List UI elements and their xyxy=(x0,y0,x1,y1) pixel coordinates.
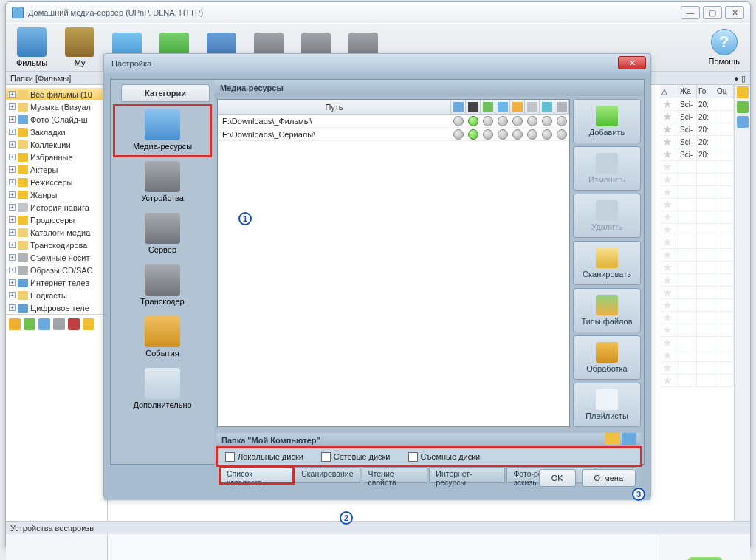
tree-tool-icon[interactable] xyxy=(53,318,65,330)
disk-icon[interactable] xyxy=(737,116,749,128)
device-list xyxy=(6,534,108,560)
category-Медиа-ресурсы[interactable]: Медиа-ресурсы xyxy=(114,105,211,157)
dialog-title: Настройка xyxy=(111,59,151,68)
tree-item[interactable]: +Образы CD/SAC xyxy=(6,264,107,276)
checkbox-Съемные диски[interactable]: Съемные диски xyxy=(408,452,481,462)
edit-button[interactable]: Изменить xyxy=(573,146,641,191)
arrow-icon[interactable] xyxy=(737,101,749,113)
col-icon-6 xyxy=(527,102,537,112)
checkbox-Локальные диски[interactable]: Локальные диски xyxy=(225,452,303,462)
tree-item[interactable]: +Жанры xyxy=(6,188,107,201)
users-icon[interactable] xyxy=(605,433,620,445)
tree-item[interactable]: +Интернет телев xyxy=(6,276,107,289)
annotation-3: 3 xyxy=(632,488,645,501)
category-Сервер[interactable]: Сервер xyxy=(114,208,211,260)
tree-item[interactable]: +Фото (Слайд-ш xyxy=(6,113,107,126)
col-icon-4 xyxy=(498,102,508,112)
resources-header: Медиа-ресурсы xyxy=(214,80,644,96)
window-title: Домашний медиа-сервер (UPnP, DLNA, HTTP) xyxy=(28,8,681,17)
category-Устройства[interactable]: Устройства xyxy=(114,157,211,208)
tree-item[interactable]: +Коллекции xyxy=(6,138,107,151)
category-События[interactable]: События xyxy=(114,312,211,363)
col-icon-2 xyxy=(468,102,478,112)
tree-item[interactable]: +Транскодирова xyxy=(6,239,107,251)
my-computer-header: Папка "Мой Компьютер" xyxy=(217,433,641,448)
toolbar-films[interactable]: Фильмы xyxy=(12,26,52,69)
minimize-button[interactable]: — xyxy=(681,6,700,19)
pl-button[interactable]: Плейлисты xyxy=(573,383,641,427)
titlebar: Домашний медиа-сервер (UPnP, DLNA, HTTP)… xyxy=(6,2,750,23)
tree-tool-icon[interactable] xyxy=(9,318,21,330)
scan-button[interactable]: Сканировать xyxy=(573,241,641,285)
dialog-titlebar: Настройка ✕ xyxy=(104,54,650,73)
tree-tool-icon[interactable] xyxy=(83,318,94,330)
tree-item[interactable]: +Каталоги медиа xyxy=(6,226,107,239)
grid-row[interactable]: Sci-20: xyxy=(660,111,734,123)
devices-header: Устройства воспроизв xyxy=(6,521,750,534)
path-table[interactable]: Путь F:\Downloads\_Фильмы\F:\Downloads\_… xyxy=(217,99,570,427)
tree-item[interactable]: +История навига xyxy=(6,201,107,214)
tree-item[interactable]: +Все фильмы (10 xyxy=(6,88,107,100)
toolbar-help[interactable]: ?Помощь xyxy=(704,27,745,67)
tree-item[interactable]: +Съемные носит xyxy=(6,251,107,264)
annotation-1: 1 xyxy=(238,212,252,225)
folder-tree[interactable]: +Все фильмы (10+Музыка (Визуал+Фото (Сла… xyxy=(6,85,108,521)
tree-item[interactable]: +Актеры xyxy=(6,163,107,176)
maximize-button[interactable]: ▢ xyxy=(703,6,722,19)
dialog-close-button[interactable]: ✕ xyxy=(618,56,646,69)
cancel-button[interactable]: Отмена xyxy=(582,469,636,487)
refresh-panel: Обновить xyxy=(659,534,750,560)
tree-item[interactable]: +Режиссеры xyxy=(6,176,107,188)
tree-item[interactable]: +Избранные xyxy=(6,151,107,163)
category-Дополнительно[interactable]: Дополнительно xyxy=(114,363,211,415)
help-icon: ? xyxy=(711,29,738,55)
col-icon-7 xyxy=(542,102,552,112)
grid-row[interactable]: Sci-20: xyxy=(660,136,734,148)
category-Транскодер[interactable]: Транскодер xyxy=(114,260,211,312)
proc-button[interactable]: Обработка xyxy=(573,335,641,380)
path-column-header: Путь xyxy=(218,100,451,114)
grid-row[interactable]: Sci-20: xyxy=(660,148,734,161)
tree-item[interactable]: +Музыка (Визуал xyxy=(6,100,107,113)
close-panel-icon[interactable]: ▯ xyxy=(741,72,746,84)
pc-icon[interactable] xyxy=(622,433,636,445)
tree-tool-icon[interactable] xyxy=(68,318,80,330)
close-button[interactable]: ✕ xyxy=(725,6,744,19)
categories-tab[interactable]: Категории xyxy=(121,84,210,102)
tree-tool-icon[interactable] xyxy=(38,318,50,330)
grid-row[interactable]: Sci-20: xyxy=(660,123,734,136)
grid-row[interactable]: Sci-20: xyxy=(660,98,734,111)
dialog-tab[interactable]: Чтение свойств xyxy=(362,467,428,483)
checkbox-Сетевые диски[interactable]: Сетевые диски xyxy=(321,452,391,462)
right-toolbar xyxy=(734,85,750,521)
add-button[interactable]: Добавить xyxy=(573,99,641,143)
annotation-2: 2 xyxy=(340,511,353,525)
tree-item[interactable]: +Продюсеры xyxy=(6,214,107,226)
tree-tool-icon[interactable] xyxy=(24,318,35,330)
refresh-icon[interactable] xyxy=(687,557,723,561)
tree-item[interactable]: +Цифровое теле xyxy=(6,301,107,314)
star-icon[interactable] xyxy=(737,86,749,98)
category-panel: Категории Медиа-ресурсыУстройстваСерверТ… xyxy=(111,80,214,464)
col-icon-1 xyxy=(453,102,464,112)
toolbar-music[interactable]: Му xyxy=(61,26,99,69)
settings-dialog: Настройка ✕ Категории Медиа-ресурсыУстро… xyxy=(103,53,651,499)
col-icon-8 xyxy=(557,102,567,112)
col-icon-5 xyxy=(512,102,523,112)
path-row[interactable]: F:\Downloads\_Фильмы\ xyxy=(218,115,569,128)
dialog-tab[interactable]: Список каталогов xyxy=(220,467,293,483)
tree-item[interactable]: +Подкасты xyxy=(6,289,107,301)
del-button[interactable]: Удалить xyxy=(573,194,641,238)
dialog-tab[interactable]: Интернет-ресурсы xyxy=(429,467,505,483)
device-detail xyxy=(108,534,659,560)
types-button[interactable]: Типы файлов xyxy=(573,288,641,332)
pin-icon[interactable]: ♦ xyxy=(734,72,738,84)
app-icon xyxy=(12,7,24,18)
dialog-tab[interactable]: Сканирование xyxy=(295,467,360,483)
path-row[interactable]: F:\Downloads\_Сериалы\ xyxy=(218,128,569,141)
ok-button[interactable]: OK xyxy=(539,469,576,487)
tree-item[interactable]: +Закладки xyxy=(6,126,107,138)
disk-checkbox-row: Локальные дискиСетевые дискиСъемные диск… xyxy=(217,448,641,465)
col-icon-3 xyxy=(483,102,493,112)
